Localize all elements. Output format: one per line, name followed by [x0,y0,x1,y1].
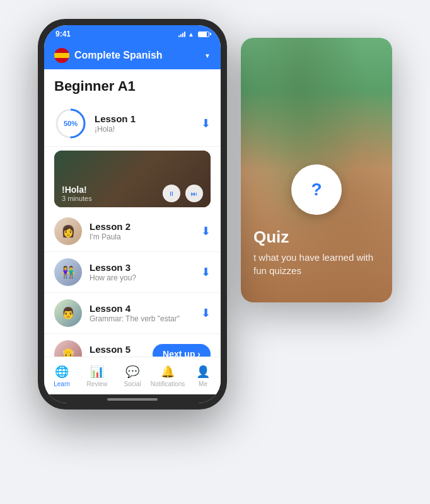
lesson-item[interactable]: 👩 Lesson 2 I'm Paula ⬇ [44,211,221,252]
wifi-icon: ▲ [188,31,194,38]
lesson-item[interactable]: 👴 Lesson 5 "Tú" or "usted"? Next up › [44,334,221,357]
lesson-subtitle: I'm Paula [90,232,194,241]
lesson-thumbnail: 👫 [54,258,82,286]
nav-item-notifications[interactable]: 🔔 Notifications [150,365,185,387]
nav-item-social[interactable]: 💬 Social [115,365,150,387]
spanish-flag-icon [54,48,69,63]
lesson-subtitle: How are you? [90,273,194,282]
quiz-card: ? Quiz t what you have learned with fun … [241,38,392,302]
lesson-thumbnail: 👴 [54,340,82,357]
learn-icon: 🌐 [55,365,69,379]
bottom-nav: 🌐 Learn 📊 Review 💬 Social 🔔 Notification… [44,357,221,394]
nav-item-review[interactable]: 📊 Review [79,365,115,387]
nav-label-review: Review [87,381,108,387]
lesson-subtitle: Grammar: The verb "estar" [90,314,194,323]
lesson-item[interactable]: 50% Lesson 1 ¡Hola! ⬇ [44,101,221,147]
download-icon[interactable]: ⬇ [201,224,211,238]
lesson-thumbnail: 👩 [54,217,82,245]
review-icon: 📊 [90,365,104,379]
nav-item-learn[interactable]: 🌐 Learn [44,365,79,387]
quiz-circle[interactable]: ? [291,164,342,215]
video-title: !Hola! [62,185,148,195]
course-title: Complete Spanish [74,50,199,61]
me-icon: 👤 [196,365,210,379]
quiz-subtitle: t what you have learned with fun quizzes [253,251,380,277]
download-icon[interactable]: ⬇ [201,306,211,320]
lesson-subtitle: ¡Hola! [95,125,194,134]
quiz-icon: ? [311,180,322,200]
lesson-info: Lesson 1 ¡Hola! [95,113,194,134]
lesson-item[interactable]: 👫 Lesson 3 How are you? ⬇ [44,252,221,293]
video-duration: 3 minutes [62,195,148,202]
notifications-icon: 🔔 [161,365,175,379]
lesson-info: Lesson 4 Grammar: The verb "estar" [90,303,194,323]
video-btn-1[interactable]: ⏸ [163,185,180,202]
lesson-title: Lesson 5 [90,344,145,355]
nav-item-me[interactable]: 👤 Me [185,365,221,387]
home-bar [107,398,158,401]
lesson-info: Lesson 3 How are you? [90,262,194,282]
nav-label-notifications: Notifications [151,381,185,387]
download-icon[interactable]: ⬇ [201,265,211,279]
signal-icon [178,31,185,37]
video-btn-2[interactable]: ⏭ [185,185,203,202]
chevron-down-icon: ▼ [204,52,211,59]
section-title: Beginner A1 [44,69,221,101]
progress-percent: 50% [64,120,78,127]
lesson-info: Lesson 5 "Tú" or "usted"? [90,344,145,357]
battery-icon [198,32,209,37]
lesson-item[interactable]: 👨 Lesson 4 Grammar: The verb "estar" ⬇ [44,293,221,334]
lesson-title: Lesson 4 [90,303,194,314]
phone-mockup: 9:41 ▲ Complete Spanish ▼ Begi [38,19,227,410]
lesson-title: Lesson 1 [95,113,194,124]
status-icons: ▲ [178,31,209,38]
nav-label-me: Me [199,381,207,387]
status-time: 9:41 [55,30,71,38]
status-bar: 9:41 ▲ [44,25,221,43]
video-card[interactable]: !Hola! 3 minutes ⏸ ⏭ [54,151,211,207]
nav-label-learn: Learn [54,381,70,387]
home-indicator [44,394,221,403]
lesson-thumbnail: 👨 [54,299,82,327]
content-area: Beginner A1 50% Lesson 1 ¡Hola! ⬇ [44,69,221,357]
lesson-title: Lesson 3 [90,262,194,273]
lesson-title: Lesson 2 [90,221,194,232]
lesson-info: Lesson 2 I'm Paula [90,221,194,241]
video-info: !Hola! 3 minutes [54,180,155,207]
app-header[interactable]: Complete Spanish ▼ [44,43,221,69]
quiz-title: Quiz [253,227,380,247]
next-up-button[interactable]: Next up › [153,344,211,357]
nav-label-social: Social [124,381,141,387]
social-icon: 💬 [125,365,139,379]
download-icon[interactable]: ⬇ [201,117,211,130]
progress-ring: 50% [54,107,87,140]
video-controls: ⏸ ⏭ [155,180,211,207]
